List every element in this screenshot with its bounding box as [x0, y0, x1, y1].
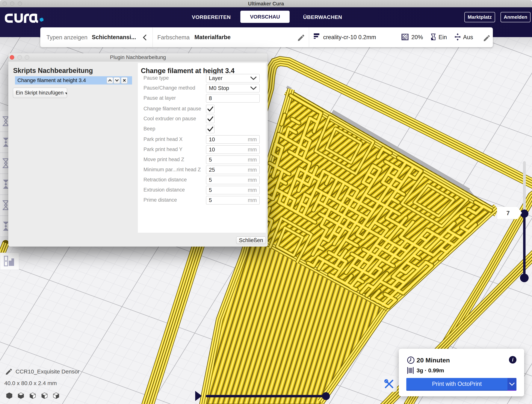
svg-text:7: 7 [506, 210, 510, 216]
